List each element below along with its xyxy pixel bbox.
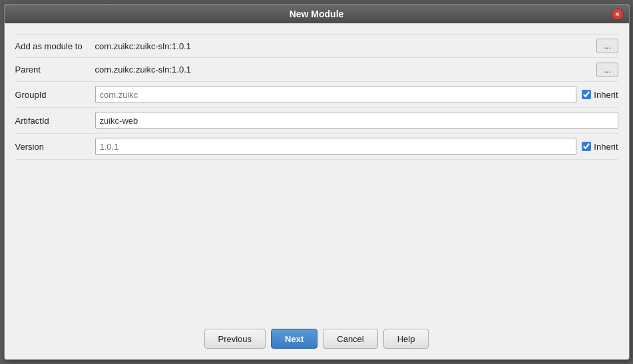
previous-button[interactable]: Previous — [204, 329, 266, 349]
parent-row: Parent com.zuikc:zuikc-sln:1.0.1 ... — [15, 58, 618, 82]
version-row: Version Inherit — [15, 134, 618, 160]
groupid-inherit-checkbox[interactable] — [582, 90, 591, 99]
content-area: Add as module to com.zuikc:zuikc-sln:1.0… — [5, 23, 629, 322]
cancel-button[interactable]: Cancel — [323, 329, 377, 349]
spacer — [15, 160, 618, 317]
groupid-input-area: Inherit — [95, 86, 618, 103]
groupid-row: GroupId Inherit — [15, 82, 618, 108]
next-button[interactable]: Next — [271, 329, 317, 349]
close-button[interactable]: × — [612, 8, 624, 20]
help-button[interactable]: Help — [383, 329, 429, 349]
add-as-module-row: Add as module to com.zuikc:zuikc-sln:1.0… — [15, 34, 618, 58]
version-inherit-checkbox[interactable] — [582, 142, 591, 151]
artifactid-label: ArtifactId — [15, 116, 95, 126]
close-icon: × — [615, 10, 619, 18]
artifactid-input-area — [95, 112, 618, 129]
add-as-module-browse-button[interactable]: ... — [596, 39, 618, 53]
form-area: Add as module to com.zuikc:zuikc-sln:1.0… — [15, 34, 618, 160]
parent-value: com.zuikc:zuikc-sln:1.0.1 — [95, 65, 597, 75]
groupid-inherit-text: Inherit — [594, 90, 618, 100]
footer: Previous Next Cancel Help — [5, 322, 629, 359]
groupid-input[interactable] — [95, 86, 577, 103]
artifactid-input[interactable] — [95, 112, 618, 129]
groupid-label: GroupId — [15, 90, 95, 100]
version-inherit-label: Inherit — [582, 142, 618, 152]
version-label: Version — [15, 142, 95, 152]
parent-browse-button[interactable]: ... — [596, 63, 618, 77]
add-as-module-label: Add as module to — [15, 41, 95, 51]
version-input-area: Inherit — [95, 138, 618, 155]
version-inherit-text: Inherit — [594, 142, 618, 152]
artifactid-row: ArtifactId — [15, 108, 618, 134]
version-input[interactable] — [95, 138, 577, 155]
title-bar: New Module × — [5, 5, 629, 23]
dialog-title: New Module — [290, 9, 344, 19]
new-module-dialog: New Module × Add as module to com.zuikc:… — [4, 4, 630, 360]
add-as-module-value: com.zuikc:zuikc-sln:1.0.1 — [95, 41, 597, 51]
parent-label: Parent — [15, 65, 95, 75]
groupid-inherit-label: Inherit — [582, 90, 618, 100]
